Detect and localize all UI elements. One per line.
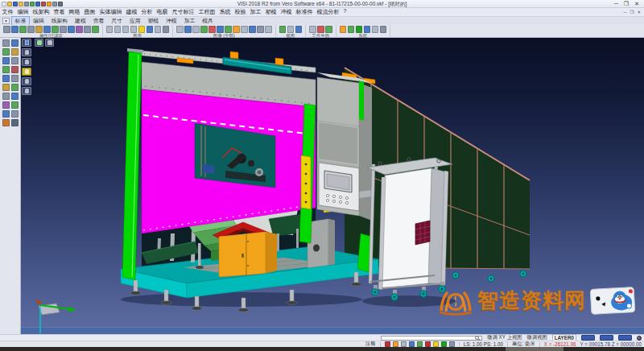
mdi-restore-button[interactable]: ❐ — [630, 10, 634, 14]
delete-tool-icon[interactable] — [11, 66, 19, 73]
flag-icon[interactable] — [393, 341, 398, 347]
menu-item[interactable]: 网格 — [67, 8, 82, 16]
view-iso-button[interactable] — [35, 39, 43, 47]
group-tool-icon[interactable] — [11, 101, 19, 109]
workplane-tool-icon[interactable] — [309, 26, 316, 33]
grid-toggle-icon[interactable] — [449, 341, 455, 347]
menu-item[interactable]: 加工 — [248, 8, 263, 16]
attribute-tool-icon[interactable] — [3, 26, 10, 33]
view-tool-icon[interactable] — [233, 26, 240, 33]
status-globe-icon[interactable] — [637, 336, 642, 341]
history-clock-icon[interactable] — [441, 341, 447, 347]
menu-item[interactable]: 塑模 — [263, 8, 279, 16]
attribute-tool-icon[interactable] — [43, 26, 51, 33]
view-tool-icon[interactable] — [265, 26, 272, 33]
undo-icon[interactable] — [41, 2, 46, 6]
search-box[interactable] — [381, 336, 482, 341]
view-tool-icon[interactable] — [217, 26, 224, 33]
redo-icon[interactable] — [47, 2, 52, 6]
menu-item[interactable]: 校验 — [233, 8, 248, 16]
attribute-tool-icon[interactable] — [84, 26, 91, 33]
workplane-tool-icon[interactable] — [317, 26, 324, 33]
highlight-icon[interactable] — [433, 341, 439, 347]
view-tool-icon[interactable] — [176, 26, 184, 33]
display-tool-icon[interactable] — [138, 26, 146, 33]
os-taskbar[interactable] — [0, 347, 644, 351]
new-file-icon[interactable] — [2, 2, 6, 6]
viewport-filter-button[interactable] — [22, 68, 31, 76]
toolbar-dropdown-button[interactable]: ▾ — [2, 18, 10, 24]
circle-tool-icon[interactable] — [11, 48, 19, 56]
user-icon[interactable] — [409, 341, 415, 347]
view-refresh-button[interactable] — [45, 39, 54, 47]
viewport-filter-button[interactable] — [22, 48, 31, 56]
system-tool-icon[interactable] — [380, 26, 387, 33]
menu-item[interactable]: 系统 — [217, 8, 233, 16]
view-tool-icon[interactable] — [208, 26, 216, 33]
qat-dropdown-icon[interactable] — [58, 2, 63, 6]
viewport-filter-button[interactable] — [22, 58, 31, 66]
mirror-tool-icon[interactable] — [2, 84, 10, 91]
attribute-tool-icon[interactable] — [76, 26, 83, 33]
surface-tool-icon[interactable] — [2, 66, 10, 73]
mdi-minimize-button[interactable]: ─ — [624, 10, 627, 14]
attribute-tool-icon[interactable] — [52, 26, 59, 33]
save-all-icon[interactable] — [19, 2, 23, 6]
mdi-close-button[interactable]: ✕ — [637, 10, 641, 14]
system-tool-icon[interactable] — [340, 26, 347, 33]
select-tool-icon[interactable] — [2, 39, 10, 47]
viewport-filter-button[interactable] — [22, 39, 31, 47]
minimize-button[interactable]: ─ — [614, 0, 618, 7]
attribute-tool-icon[interactable] — [11, 26, 19, 33]
measure-tool-icon[interactable] — [2, 93, 10, 100]
system-tool-icon[interactable] — [364, 26, 371, 33]
attribute-tool-icon[interactable] — [92, 26, 99, 33]
close-button[interactable]: ✕ — [634, 0, 639, 7]
print-icon[interactable] — [24, 2, 29, 6]
maximize-button[interactable]: ❐ — [624, 0, 629, 7]
menu-item[interactable]: 实体编辑 — [97, 8, 124, 16]
display-tool-icon[interactable] — [130, 26, 138, 33]
point-tool-icon[interactable] — [11, 57, 19, 64]
display-tool-icon[interactable] — [122, 26, 130, 33]
view-tool-icon[interactable] — [184, 26, 192, 33]
system-tool-icon[interactable] — [372, 26, 379, 33]
display-tool-icon[interactable] — [147, 26, 154, 33]
menu-item[interactable]: 冲模 — [279, 8, 294, 16]
attribute-tool-icon[interactable] — [68, 26, 75, 33]
block-icon[interactable] — [401, 341, 407, 347]
menu-item[interactable]: 模流分析 — [315, 8, 341, 16]
menu-item[interactable]: 编辑 — [15, 8, 31, 16]
view-tool-icon[interactable] — [257, 26, 264, 33]
taskbar-app-segment[interactable] — [506, 347, 564, 351]
notebook-icon[interactable] — [385, 341, 390, 347]
view-tool-icon[interactable] — [249, 26, 256, 33]
viewport-3d[interactable]: 智造资料网 — [21, 38, 644, 334]
import-icon[interactable] — [30, 2, 35, 6]
menu-item[interactable]: 工程图 — [196, 8, 217, 16]
layer-tool-icon[interactable] — [11, 93, 19, 100]
menu-item[interactable]: 标准件 — [294, 8, 315, 16]
solid-tool-icon[interactable] — [2, 110, 10, 118]
menu-item[interactable]: 尺寸标注 — [170, 8, 196, 16]
menu-item[interactable]: 电极 — [155, 8, 170, 16]
system-tool-icon[interactable] — [348, 26, 355, 33]
options-icon[interactable] — [52, 2, 57, 6]
display-tool-icon[interactable] — [114, 26, 122, 33]
menu-item[interactable]: ? — [341, 8, 349, 16]
workplane-tool-icon[interactable] — [325, 26, 332, 33]
zoom-tool-icon[interactable] — [279, 26, 287, 33]
display-tool-icon[interactable] — [106, 26, 114, 33]
trim-tool-icon[interactable] — [11, 39, 19, 47]
arc-tool-icon[interactable] — [2, 57, 10, 64]
attribute-tool-icon[interactable] — [27, 26, 35, 33]
view-tool-icon[interactable] — [192, 26, 200, 33]
open-file-icon[interactable] — [7, 2, 12, 6]
viewport-filter-button[interactable] — [22, 87, 31, 95]
menu-item[interactable]: 线架构 — [31, 8, 52, 16]
display-tool-icon[interactable] — [155, 26, 162, 33]
view-tool-icon[interactable] — [225, 26, 232, 33]
tag-icon[interactable] — [425, 341, 431, 347]
boolean-tool-icon[interactable] — [11, 119, 19, 126]
menu-item[interactable]: 分析 — [139, 8, 155, 16]
